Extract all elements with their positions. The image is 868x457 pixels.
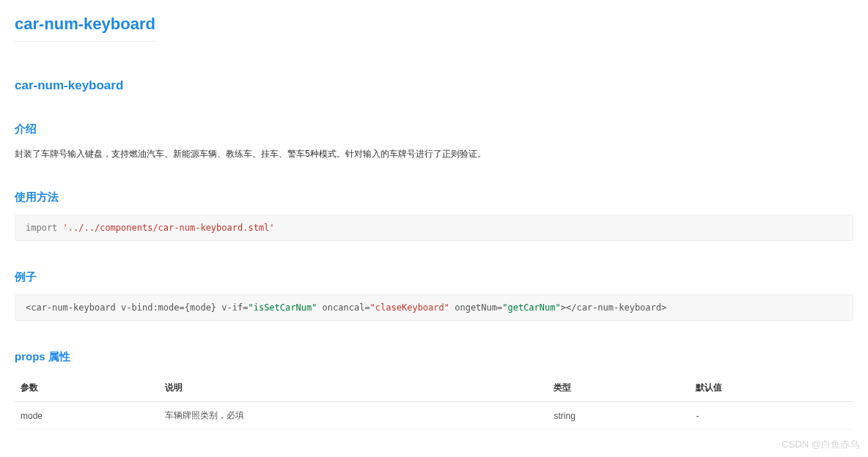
page-title: car-num-keyboard (15, 15, 155, 42)
intro-text: 封装了车牌号输入键盘，支持燃油汽车、新能源车辆、教练车、挂车、警车5种模式。针对… (15, 146, 853, 161)
intro-heading: 介绍 (15, 122, 853, 136)
example-heading: 例子 (15, 270, 853, 284)
code-attr2-name: v-if= (221, 302, 248, 313)
code-attr3-val: "claseKeyboard" (370, 302, 449, 313)
import-path: '../../components/car-num-keyboard.stml' (63, 223, 275, 233)
col-type: 类型 (548, 374, 690, 402)
usage-heading: 使用方法 (15, 190, 853, 204)
code-attr3-name: oncancal= (317, 302, 369, 313)
code-open-tag: <car-num-keyboard (26, 302, 121, 313)
code-attr1: v-bind:mode={mode} (121, 302, 221, 313)
watermark: CSDN @白鱼赤乌 (781, 438, 859, 451)
code-attr2-val: "isSetCarNum" (248, 302, 317, 313)
table-header-row: 参数 说明 类型 默认值 (15, 374, 853, 402)
props-heading: props 属性 (15, 350, 853, 364)
import-keyword: import (26, 223, 63, 233)
col-default: 默认值 (690, 374, 853, 402)
table-row: mode 车辆牌照类别，必填 string - (15, 402, 853, 430)
col-desc: 说明 (159, 374, 548, 402)
cell-default: - (690, 402, 853, 430)
props-table: 参数 说明 类型 默认值 mode 车辆牌照类别，必填 string - (15, 374, 853, 430)
col-param: 参数 (15, 374, 159, 402)
cell-desc: 车辆牌照类别，必填 (159, 402, 548, 430)
code-close-tag: ></car-num-keyboard> (561, 302, 667, 313)
usage-code-block: import '../../components/car-num-keyboar… (15, 215, 853, 241)
cell-type: string (548, 402, 690, 430)
example-code-block: <car-num-keyboard v-bind:mode={mode} v-i… (15, 294, 853, 321)
cell-param: mode (15, 402, 159, 430)
code-attr4-val: "getCarNum" (502, 302, 560, 313)
code-attr4-name: ongetNum= (449, 302, 502, 313)
component-name-heading: car-num-keyboard (15, 78, 853, 93)
